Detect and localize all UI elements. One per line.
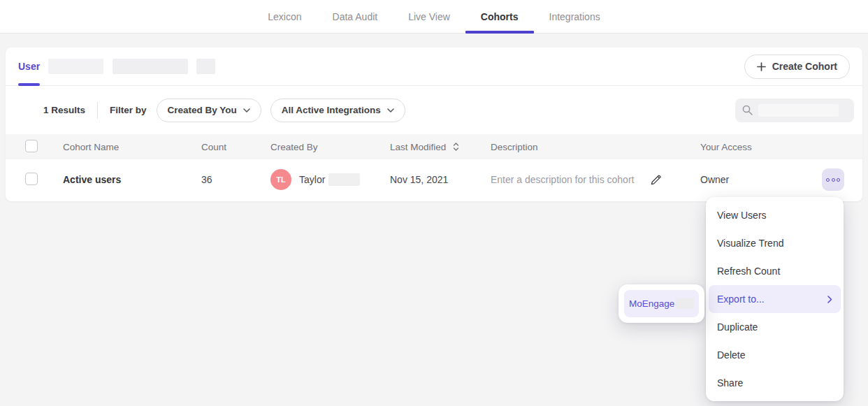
cohort-count: 36 xyxy=(201,174,270,185)
access-value: Owner xyxy=(700,174,729,185)
create-cohort-label: Create Cohort xyxy=(772,61,837,72)
cohort-type-tabs: User Create Cohort xyxy=(6,48,862,86)
pencil-icon xyxy=(649,173,663,187)
sort-icon[interactable] xyxy=(453,143,459,151)
chevron-down-icon xyxy=(243,108,250,113)
menu-item-export-to[interactable]: Export to... xyxy=(709,285,841,313)
last-modified-date: Nov 15, 2021 xyxy=(390,174,491,185)
redacted-tab[interactable] xyxy=(113,59,188,74)
results-count: 1 Results xyxy=(43,105,85,115)
tab-data-audit[interactable]: Data Audit xyxy=(317,0,393,33)
filter-bar: 1 Results Filter by Created By You All A… xyxy=(6,86,862,134)
export-submenu: MoEngage xyxy=(619,284,704,323)
integrations-dropdown[interactable]: All Active Integrations xyxy=(270,99,405,122)
created-by-cell: TL Taylor xyxy=(270,169,390,190)
integrations-dropdown-value: All Active Integrations xyxy=(282,105,381,115)
top-navigation: Lexicon Data Audit Live View Cohorts Int… xyxy=(0,0,868,34)
created-by-dropdown-value: Created By You xyxy=(168,105,237,115)
menu-item-refresh-count[interactable]: Refresh Count xyxy=(709,257,841,285)
redacted-name xyxy=(328,173,360,186)
redacted-tab[interactable] xyxy=(196,59,215,74)
header-checkbox-cell xyxy=(6,140,63,154)
dot-icon xyxy=(837,178,840,182)
cohort-context-menu: View Users Visualize Trend Refresh Count… xyxy=(706,197,844,401)
plus-icon xyxy=(757,62,766,71)
menu-item-visualize-trend[interactable]: Visualize Trend xyxy=(709,229,841,257)
search-icon xyxy=(742,104,753,116)
submenu-item-moengage[interactable]: MoEngage xyxy=(624,290,699,317)
tab-integrations[interactable]: Integrations xyxy=(534,0,616,33)
column-last-modified-label: Last Modified xyxy=(390,142,446,152)
menu-item-export-to-label: Export to... xyxy=(717,293,765,305)
search-input[interactable] xyxy=(735,99,854,122)
row-checkbox-cell xyxy=(6,173,63,187)
menu-item-duplicate[interactable]: Duplicate xyxy=(709,313,841,341)
row-overflow-menu-button[interactable] xyxy=(822,168,844,191)
chevron-right-icon xyxy=(827,296,832,303)
cohort-name[interactable]: Active users xyxy=(63,174,201,185)
column-description: Description xyxy=(491,142,700,152)
menu-item-share[interactable]: Share xyxy=(709,369,841,397)
tab-lexicon[interactable]: Lexicon xyxy=(252,0,317,33)
select-all-checkbox[interactable] xyxy=(25,140,38,152)
column-your-access: Your Access xyxy=(700,142,862,152)
avatar: TL xyxy=(270,169,291,190)
column-cohort-name: Cohort Name xyxy=(63,142,201,152)
row-checkbox[interactable] xyxy=(25,173,38,185)
created-by-name: Taylor xyxy=(299,174,325,185)
description-cell: Enter a description for this cohort xyxy=(491,173,700,187)
submenu-item-moengage-label: MoEngage xyxy=(629,298,674,309)
redacted-tab[interactable] xyxy=(48,59,103,74)
description-placeholder[interactable]: Enter a description for this cohort xyxy=(491,174,634,185)
filter-by-label: Filter by xyxy=(110,105,147,115)
tab-live-view[interactable]: Live View xyxy=(393,0,465,33)
create-cohort-button[interactable]: Create Cohort xyxy=(744,55,850,79)
menu-item-view-users[interactable]: View Users xyxy=(709,201,841,229)
column-created-by: Created By xyxy=(270,142,390,152)
edit-description-button[interactable] xyxy=(649,173,663,187)
table-row[interactable]: Active users 36 TL Taylor Nov 15, 2021 E… xyxy=(6,159,862,200)
cohorts-panel: User Create Cohort 1 Results Filter by C… xyxy=(6,48,862,201)
chevron-down-icon xyxy=(387,108,394,113)
dot-icon xyxy=(826,178,830,182)
created-by-dropdown[interactable]: Created By You xyxy=(157,99,261,122)
redacted-submenu-text xyxy=(676,298,694,309)
column-count: Count xyxy=(201,142,270,152)
dot-icon xyxy=(832,178,835,182)
table-header: Cohort Name Count Created By Last Modifi… xyxy=(6,134,862,159)
redacted-search-text xyxy=(758,104,839,117)
your-access-cell: Owner xyxy=(700,168,862,191)
tab-user[interactable]: User xyxy=(18,48,40,85)
column-last-modified[interactable]: Last Modified xyxy=(390,142,491,152)
divider xyxy=(97,102,98,119)
menu-item-delete[interactable]: Delete xyxy=(709,341,841,369)
tab-cohorts[interactable]: Cohorts xyxy=(465,0,534,33)
